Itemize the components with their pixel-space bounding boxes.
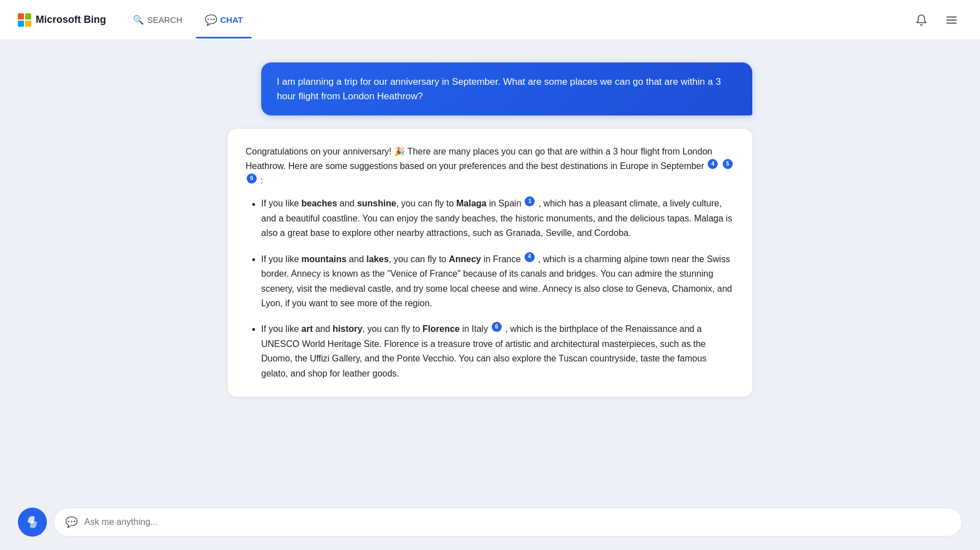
- list-item-malaga: If you like beaches and sunshine, you ca…: [261, 196, 734, 240]
- bing-chat-button[interactable]: [18, 508, 47, 537]
- search-icon: 🔍: [133, 15, 144, 25]
- logo-text: Microsoft Bing: [36, 14, 106, 26]
- user-message: I am planning a trip for our anniversary…: [261, 62, 752, 115]
- chat-input[interactable]: [84, 517, 950, 527]
- list-item-annecy: If you like mountains and lakes, you can…: [261, 252, 734, 311]
- chat-tab[interactable]: 💬 CHAT: [196, 9, 252, 31]
- input-chat-icon: 💬: [65, 516, 78, 528]
- nav-right: [911, 9, 962, 31]
- citation-1[interactable]: 1: [525, 196, 535, 206]
- notification-button[interactable]: [911, 9, 932, 31]
- menu-button[interactable]: [941, 9, 962, 31]
- citation-5[interactable]: 5: [723, 159, 733, 169]
- citation-4b[interactable]: 4: [525, 252, 535, 262]
- hamburger-icon: [945, 14, 958, 26]
- citation-6b[interactable]: 6: [492, 322, 502, 332]
- chat-tab-label: CHAT: [220, 15, 243, 25]
- chat-input-wrapper: 💬: [54, 508, 962, 537]
- response-list: If you like beaches and sunshine, you ca…: [246, 196, 734, 381]
- search-tab-label: SEARCH: [147, 15, 182, 25]
- chat-icon: 💬: [205, 14, 217, 26]
- list-item-florence: If you like art and history, you can fly…: [261, 322, 734, 381]
- chat-container: I am planning a trip for our anniversary…: [217, 40, 763, 464]
- bottom-bar: 💬: [0, 499, 980, 550]
- logo-area[interactable]: Microsoft Bing: [18, 13, 106, 27]
- ai-intro: Congratulations on your anniversary! 🎉 T…: [246, 144, 734, 187]
- citation-6[interactable]: 6: [247, 173, 257, 184]
- nav-items: 🔍 SEARCH 💬 CHAT: [124, 9, 252, 31]
- top-navigation: Microsoft Bing 🔍 SEARCH 💬 CHAT: [0, 0, 980, 40]
- bell-icon: [915, 14, 928, 26]
- citation-4[interactable]: 4: [708, 159, 718, 169]
- microsoft-logo: [18, 13, 31, 27]
- svg-point-3: [31, 521, 33, 523]
- bing-sparkle-icon: [25, 515, 40, 529]
- search-tab[interactable]: 🔍 SEARCH: [124, 10, 191, 30]
- ai-response: Congratulations on your anniversary! 🎉 T…: [228, 129, 752, 397]
